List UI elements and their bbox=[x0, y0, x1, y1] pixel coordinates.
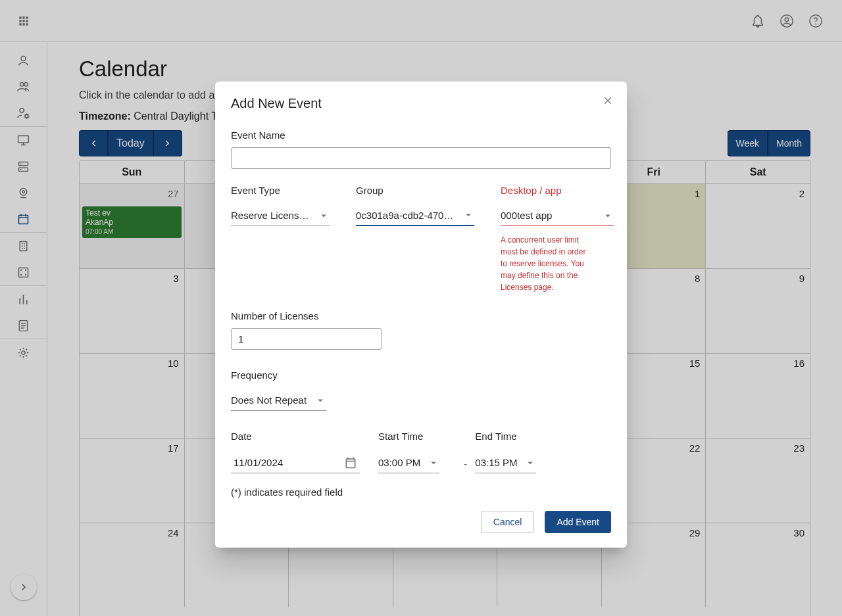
chevron-down-icon bbox=[428, 457, 439, 469]
time-separator: - bbox=[464, 458, 467, 470]
frequency-label: Frequency bbox=[231, 369, 611, 381]
end-time-select[interactable]: 03:15 PM bbox=[475, 452, 536, 473]
date-label: Date bbox=[231, 431, 378, 442]
dialog-title: Add New Event bbox=[231, 96, 611, 111]
event-name-input[interactable] bbox=[231, 147, 611, 169]
close-icon bbox=[602, 95, 614, 107]
cancel-button[interactable]: Cancel bbox=[481, 511, 535, 533]
event-type-label: Event Type bbox=[231, 185, 356, 196]
required-note: (*) indicates required field bbox=[231, 486, 611, 498]
group-select[interactable]: 0c301a9a-cdb2-470… bbox=[356, 205, 474, 226]
add-event-button[interactable]: Add Event bbox=[545, 511, 611, 533]
start-time-label: Start Time bbox=[378, 431, 464, 442]
frequency-select[interactable]: Does Not Repeat bbox=[231, 390, 326, 411]
dialog-close-button[interactable] bbox=[598, 91, 618, 110]
date-input[interactable]: 11/01/2024 bbox=[231, 452, 360, 473]
chevron-down-icon bbox=[602, 210, 614, 222]
chevron-down-icon bbox=[524, 457, 536, 469]
event-name-label: Event Name bbox=[231, 130, 611, 141]
event-type-select[interactable]: Reserve Licens… bbox=[231, 205, 330, 226]
start-time-select[interactable]: 03:00 PM bbox=[378, 452, 439, 473]
num-licenses-label: Number of Licenses bbox=[231, 310, 611, 321]
add-event-dialog: Add New Event Event Name Event Type Rese… bbox=[215, 82, 627, 548]
app-label: Desktop / app bbox=[501, 185, 611, 196]
chevron-down-icon bbox=[462, 209, 474, 221]
calendar-picker-icon bbox=[344, 456, 357, 469]
group-label: Group bbox=[356, 185, 501, 196]
num-licenses-input[interactable] bbox=[231, 328, 382, 350]
chevron-down-icon bbox=[314, 394, 326, 406]
app-select[interactable]: 000test app bbox=[501, 205, 614, 226]
end-time-label: End Time bbox=[475, 431, 560, 442]
app-error-helper: A concurrent user limit must be defined … bbox=[501, 234, 593, 293]
chevron-down-icon bbox=[318, 210, 330, 222]
